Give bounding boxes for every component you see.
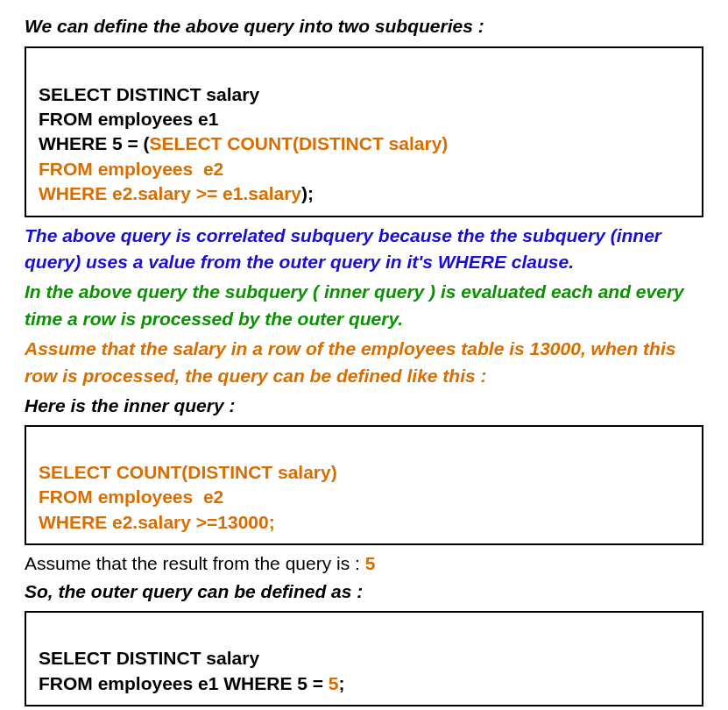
q1-line1: SELECT DISTINCT salary — [39, 84, 259, 104]
q3-line2-b: 5 — [329, 673, 339, 693]
q1-line3-a: WHERE 5 = ( — [39, 133, 150, 153]
inner-query-label: Here is the inner query : — [25, 393, 703, 419]
query-box-2: SELECT COUNT(DISTINCT salary) FROM emplo… — [25, 425, 703, 545]
q3-line2-a: FROM employees e1 WHERE 5 = — [39, 673, 329, 693]
q3-line2-c: ; — [339, 673, 345, 693]
q2-line3: WHERE e2.salary >=13000; — [39, 512, 275, 532]
query-box-1: SELECT DISTINCT salary FROM employees e1… — [25, 46, 703, 217]
result-assume-line: Assume that the result from the query is… — [25, 550, 703, 577]
q2-line2: FROM employees e2 — [39, 486, 223, 507]
assume-note: Assume that the salary in a row of the e… — [25, 336, 703, 389]
assume-value: 5 — [365, 553, 376, 573]
query-box-3: SELECT DISTINCT salary FROM employees e1… — [25, 611, 703, 706]
evaluation-note: In the above query the subquery ( inner … — [25, 279, 703, 332]
correlated-note: The above query is correlated subquery b… — [25, 223, 703, 276]
q1-line5-b: ); — [301, 183, 314, 203]
q1-line5-a: WHERE e2.salary >= e1.salary — [39, 183, 301, 203]
q2-line1: SELECT COUNT(DISTINCT salary) — [39, 462, 337, 482]
q1-line3-b: SELECT COUNT(DISTINCT salary) — [150, 133, 449, 153]
q1-line4: FROM employees e2 — [39, 159, 223, 179]
outer-query-label: So, the outer query can be defined as : — [25, 579, 703, 605]
q3-line1: SELECT DISTINCT salary — [39, 648, 259, 668]
intro-text: We can define the above query into two s… — [25, 13, 703, 39]
q1-line2: FROM employees e1 — [39, 109, 218, 129]
assume-prefix: Assume that the result from the query is… — [25, 553, 365, 573]
